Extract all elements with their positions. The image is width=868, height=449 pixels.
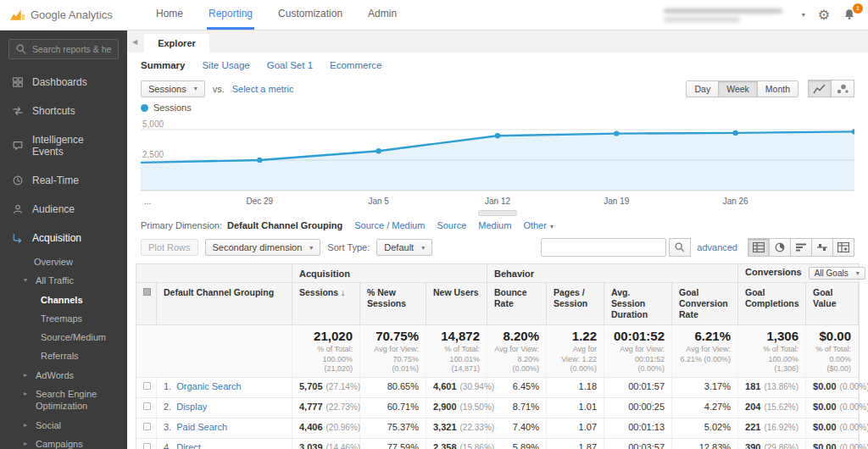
channel-cell: 1.Organic Search (157, 378, 292, 398)
pivot-view-button[interactable] (832, 238, 854, 257)
line-chart-view-button[interactable] (808, 80, 832, 97)
column-header-new-sessions[interactable]: % New Sessions (360, 283, 426, 325)
column-header-goal-conversion-rate[interactable]: Goal Conversion Rate (672, 283, 738, 325)
motion-chart-view-button[interactable] (831, 80, 854, 97)
sidebar-item-channels[interactable]: Channels (0, 291, 127, 309)
subtab-goal-set-1[interactable]: Goal Set 1 (267, 60, 313, 70)
column-label: Pages / Session (554, 287, 587, 308)
subtab-site-usage[interactable]: Site Usage (202, 60, 249, 70)
metric-percent: (15.86%) (460, 443, 495, 449)
comparison-view-button[interactable] (811, 238, 833, 257)
secondary-dimension-dropdown[interactable]: Secondary dimension ▾ (205, 239, 321, 256)
sidebar-item-acquisition[interactable]: Acquisition (0, 224, 127, 252)
subtab-summary[interactable]: Summary (141, 60, 185, 70)
notifications-button[interactable]: 1 (843, 8, 858, 23)
table-search-button[interactable] (669, 238, 691, 257)
column-header-new-users[interactable]: New Users (426, 283, 487, 325)
secondary-dimension-label: Secondary dimension (213, 242, 303, 252)
granularity-month[interactable]: Month (757, 80, 798, 97)
row-checkbox[interactable] (143, 402, 151, 410)
sidebar-item-campaigns[interactable]: ▸Campaigns (0, 435, 127, 449)
column-header-goal-value[interactable]: Goal Value (806, 283, 859, 325)
row-checkbox[interactable] (143, 423, 151, 430)
sidebar-item-search-engine-optimization[interactable]: ▸Search Engine Optimization (0, 385, 127, 416)
metric-dropdown[interactable]: Sessions ▾ (141, 80, 205, 97)
channel-link-display[interactable]: Display (176, 402, 207, 412)
search-input[interactable] (32, 44, 112, 54)
performance-view-button[interactable] (790, 238, 812, 257)
goals-selector-dropdown[interactable]: All Goals▾ (809, 267, 865, 280)
dimension-source[interactable]: Source (437, 220, 466, 230)
table-toolbar-right: advanced (541, 238, 854, 257)
advanced-search-link[interactable]: advanced (697, 242, 737, 252)
notification-badge: 1 (853, 3, 863, 14)
nav-admin[interactable]: Admin (366, 0, 398, 30)
column-header-goal-completions[interactable]: Goal Completions (738, 283, 806, 325)
sidebar-item-shortcuts[interactable]: Shortcuts (0, 97, 127, 125)
column-header-avg-session-duration[interactable]: Avg. Session Duration (604, 283, 672, 325)
summary-value: 14,872 (433, 329, 480, 343)
sidebar-item-treemaps[interactable]: Treemaps (0, 309, 127, 328)
metric-percent: (0.00%) (840, 382, 868, 391)
metric-value: 1.01 (579, 402, 597, 412)
chart-resize-handle[interactable] (478, 210, 517, 216)
subtab-ecommerce[interactable]: Ecommerce (330, 60, 381, 70)
gear-icon[interactable]: ⚙ (818, 8, 830, 22)
sort-type-dropdown[interactable]: Default ▾ (376, 239, 432, 256)
dimension-other[interactable]: Other▾ (523, 220, 554, 230)
select-all-checkbox[interactable] (143, 288, 151, 296)
dimension-medium[interactable]: Medium (478, 220, 511, 230)
sidebar-item-dashboards[interactable]: Dashboards (0, 68, 127, 97)
column-header-sessions[interactable]: Sessions↓ (292, 283, 360, 325)
sidebar-item-label: Audience (32, 203, 75, 215)
tab-explorer[interactable]: Explorer (144, 34, 209, 53)
table-column-header-row: Default Channel GroupingSessions↓% New S… (136, 283, 860, 325)
table-toolbar: Plot Rows Secondary dimension ▾ Sort Typ… (127, 235, 868, 262)
sidebar-item-adwords[interactable]: ▸AdWords (0, 366, 127, 385)
nav-reporting[interactable]: Reporting (207, 0, 254, 30)
granularity-day[interactable]: Day (686, 80, 719, 97)
select-metric-link[interactable]: Select a metric (232, 84, 294, 94)
sidebar-item-social[interactable]: ▸Social (0, 416, 127, 435)
sidebar-item-referrals[interactable]: Referrals (0, 346, 127, 365)
column-label: New Users (433, 287, 479, 297)
channel-link-paid-search[interactable]: Paid Search (176, 422, 227, 432)
column-header-default-channel-grouping[interactable]: Default Channel Grouping (157, 283, 292, 325)
dashboards-icon (12, 76, 24, 88)
sidebar-search[interactable] (8, 39, 119, 59)
table-view-toggle (748, 238, 854, 257)
row-checkbox[interactable] (143, 382, 151, 390)
sidebar-item-intelligence-events[interactable]: Intelligence Events (0, 125, 127, 166)
column-label: Goal Value (813, 287, 836, 308)
column-header-pages-session[interactable]: Pages / Session (547, 283, 604, 325)
column-header-bounce-rate[interactable]: Bounce Rate (487, 283, 547, 325)
row-checkbox[interactable] (143, 443, 151, 449)
chevron-down-icon: ▾ (550, 223, 554, 230)
sidebar-item-label: Social (36, 419, 61, 431)
channel-link-direct[interactable]: Direct (176, 442, 201, 449)
sidebar-item-overview[interactable]: Overview (0, 252, 127, 271)
metric-dropdown-label: Sessions (148, 84, 186, 94)
sidebar-item-source-medium[interactable]: Source/Medium (0, 328, 127, 346)
table-search-input[interactable] (541, 238, 666, 257)
channel-link-organic-search[interactable]: Organic Search (176, 381, 241, 391)
sidebar-item-real-time[interactable]: Real-Time (0, 166, 127, 195)
google-analytics-logo[interactable]: Google Analytics (10, 0, 127, 30)
metric-value: 00:03:57 (628, 442, 665, 449)
nav-home[interactable]: Home (154, 0, 185, 30)
metric-value: 3.17% (704, 381, 731, 391)
sessions-chart[interactable]: 2,5005,000 (141, 118, 854, 196)
nav-customization[interactable]: Customization (276, 0, 344, 30)
table-row: 3.Paid Search4,406(20.96%)75.37%3,321(22… (136, 419, 860, 439)
dimension-source-medium[interactable]: Source / Medium (354, 220, 425, 230)
dimension-default-channel-grouping[interactable]: Default Channel Grouping (227, 220, 342, 230)
percentage-view-button[interactable] (769, 238, 791, 257)
data-view-button[interactable] (748, 238, 770, 257)
sidebar-item-all-traffic[interactable]: ▾All Traffic (0, 271, 127, 290)
sidebar-item-audience[interactable]: Audience (0, 195, 127, 224)
collapse-sidebar-button[interactable]: ◀ (132, 38, 137, 46)
table-group-header-row: AcquisitionBehaviorConversionsAll Goals▾ (136, 264, 860, 283)
plot-rows-button[interactable]: Plot Rows (141, 239, 198, 256)
account-selector[interactable]: ▾ (664, 8, 805, 22)
granularity-week[interactable]: Week (718, 80, 758, 97)
